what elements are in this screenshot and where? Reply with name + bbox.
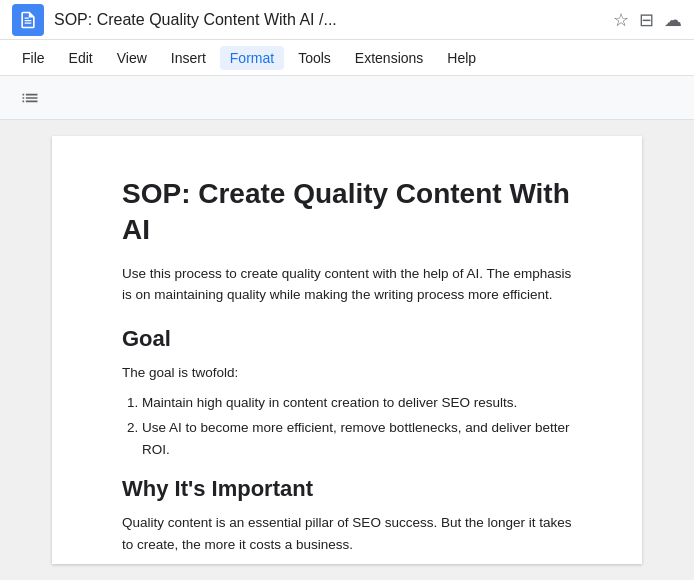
menu-tools[interactable]: Tools — [288, 46, 341, 70]
menu-file[interactable]: File — [12, 46, 55, 70]
goal-paragraph: The goal is twofold: — [122, 362, 572, 384]
document-intro: Use this process to create quality conte… — [122, 263, 572, 306]
toolbar-area — [0, 76, 694, 120]
title-bar: SOP: Create Quality Content With AI /...… — [0, 0, 694, 40]
title-actions: ☆ ⊟ ☁ — [613, 9, 682, 31]
menu-edit[interactable]: Edit — [59, 46, 103, 70]
menu-help[interactable]: Help — [437, 46, 486, 70]
menu-view[interactable]: View — [107, 46, 157, 70]
document-main-title: SOP: Create Quality Content With AI — [122, 176, 572, 249]
document-page: SOP: Create Quality Content With AI Use … — [52, 136, 642, 564]
folder-icon[interactable]: ⊟ — [639, 9, 654, 31]
menu-insert[interactable]: Insert — [161, 46, 216, 70]
goal-heading: Goal — [122, 326, 572, 352]
menu-extensions[interactable]: Extensions — [345, 46, 433, 70]
document-area: SOP: Create Quality Content With AI Use … — [0, 120, 694, 580]
menu-bar: File Edit View Insert Format Tools Exten… — [0, 40, 694, 76]
menu-format[interactable]: Format — [220, 46, 284, 70]
cloud-icon[interactable]: ☁ — [664, 9, 682, 31]
outline-toggle-button[interactable] — [12, 80, 48, 116]
list-item: Maintain high quality in content creatio… — [142, 392, 572, 414]
star-icon[interactable]: ☆ — [613, 9, 629, 31]
app-icon — [12, 4, 44, 36]
list-item: Use AI to become more efficient, remove … — [142, 417, 572, 460]
goal-list: Maintain high quality in content creatio… — [142, 392, 572, 461]
why-paragraph1: Quality content is an essential pillar o… — [122, 512, 572, 555]
why-heading: Why It's Important — [122, 476, 572, 502]
document-title: SOP: Create Quality Content With AI /... — [54, 11, 603, 29]
